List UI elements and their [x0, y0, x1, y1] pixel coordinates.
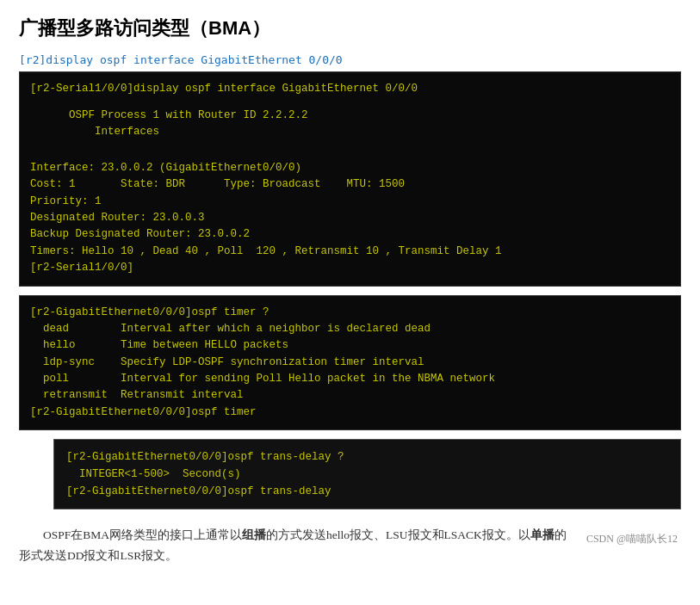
terminal2-line-4: poll Interval for sending Poll Hello pac… — [30, 371, 670, 387]
terminal1-line-0: [r2-Serial1/0/0]display ospf interface G… — [30, 81, 670, 97]
terminal2-line-3: ldp-sync Specify LDP-OSPF synchronizatio… — [30, 355, 670, 371]
page-title: 广播型多路访问类型（BMA） — [19, 15, 681, 41]
terminal1-line-9: Timers: Hello 10 , Dead 40 , Poll 120 , … — [30, 244, 670, 260]
terminal1-line-4: Interface: 23.0.0.2 (GigabitEthernet0/0/… — [30, 160, 670, 176]
terminal1-line-8: Backup Designated Router: 23.0.0.2 — [30, 226, 670, 243]
terminal1-line-6: Priority: 1 — [30, 194, 670, 210]
terminal1-line-5: Cost: 1 State: BDR Type: Broadcast MTU: … — [30, 176, 670, 193]
terminal1-empty-2 — [30, 140, 670, 150]
terminal-block-2: [r2-GigabitEthernet0/0/0]ospf timer ? de… — [19, 295, 681, 431]
terminal1-line-10: [r2-Serial1/0/0] — [30, 260, 670, 276]
terminal2-line-5: retransmit Retransmit interval — [30, 387, 670, 404]
desc-text-before-bold1: OSPF在BMA网络类型的接口上通常以 — [19, 528, 242, 541]
terminal1-empty-3 — [30, 151, 670, 160]
terminal1-line-7: Designated Router: 23.0.0.3 — [30, 210, 670, 226]
terminal3-line-1: INTEGER<1-500> Second(s) — [66, 466, 668, 483]
terminal2-line-0: [r2-GigabitEthernet0/0/0]ospf timer ? — [30, 305, 670, 321]
terminal1-empty-1 — [30, 97, 670, 107]
description-area: CSDN @喵喵队长12 OSPF在BMA网络类型的接口上通常以组播的方式发送h… — [19, 525, 681, 567]
terminal-block-3: [r2-GigabitEthernet0/0/0]ospf trans-dela… — [53, 439, 681, 509]
terminal1-line-3: Interfaces — [30, 124, 670, 140]
terminal2-line-1: dead Interval after which a neighbor is … — [30, 321, 670, 337]
desc-bold2: 单播 — [530, 528, 554, 541]
terminal2-line-2: hello Time between HELLO packets — [30, 337, 670, 354]
terminal-block-1: [r2-Serial1/0/0]display ospf interface G… — [19, 71, 681, 287]
terminal3-line-0: [r2-GigabitEthernet0/0/0]ospf trans-dela… — [66, 448, 668, 466]
desc-text-after-bold1: 的方式发送hello报文、LSU报文和LSACK报文。以 — [266, 528, 530, 541]
terminal3-line-2: [r2-GigabitEthernet0/0/0]ospf trans-dela… — [66, 483, 668, 500]
watermark: CSDN @喵喵队长12 — [586, 530, 678, 549]
terminal1-line-2: OSPF Process 1 with Router ID 2.2.2.2 — [30, 108, 670, 124]
desc-bold1: 组播 — [242, 528, 266, 541]
terminal2-line-6: [r2-GigabitEthernet0/0/0]ospf timer — [30, 404, 670, 421]
command-label: [r2]display ospf interface GigabitEthern… — [19, 53, 681, 66]
